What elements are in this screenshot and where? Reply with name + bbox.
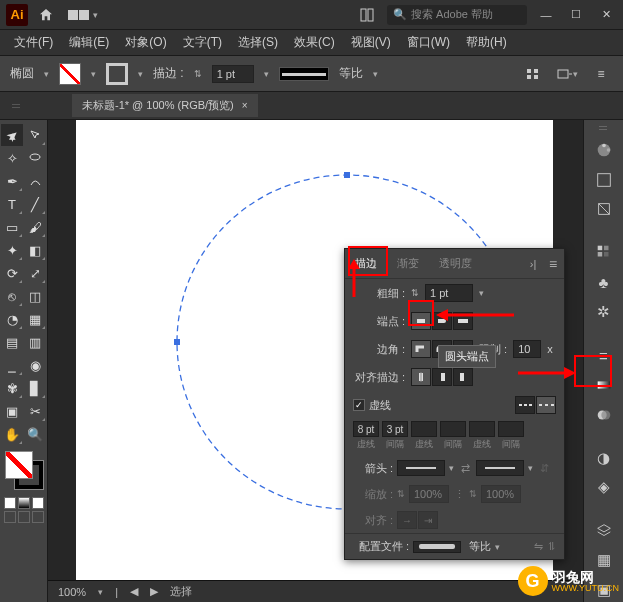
type-tool[interactable]: T xyxy=(1,193,23,215)
stroke-swatch[interactable] xyxy=(106,63,128,85)
symbols-panel-icon[interactable]: ✲ xyxy=(589,300,619,324)
stroke-weight-input[interactable]: 1 pt xyxy=(212,65,254,83)
zoom-level[interactable]: 100% xyxy=(58,586,86,598)
dashed-checkbox[interactable]: ✓ xyxy=(353,399,365,411)
stroke-weight-dd[interactable]: ▾ xyxy=(264,69,269,79)
menu-select[interactable]: 选择(S) xyxy=(232,32,284,53)
gap-1[interactable]: 3 pt xyxy=(382,421,408,437)
pen-tool[interactable]: ✒ xyxy=(1,170,23,192)
panel-menu-icon[interactable]: ≡ xyxy=(542,256,564,272)
stroke-panel-icon[interactable]: ≡ xyxy=(589,343,619,367)
dash-align-corners[interactable] xyxy=(536,396,556,414)
appearance-panel-icon[interactable]: ◑ xyxy=(589,446,619,470)
draw-normal[interactable] xyxy=(4,511,16,523)
align-inside[interactable] xyxy=(432,368,452,386)
gap-3[interactable] xyxy=(498,421,524,437)
menu-edit[interactable]: 编辑(E) xyxy=(63,32,115,53)
profile-preview[interactable] xyxy=(413,541,461,553)
width-tool[interactable]: ⎋ xyxy=(1,285,23,307)
menu-effect[interactable]: 效果(C) xyxy=(288,32,341,53)
shaper-tool[interactable]: ✦ xyxy=(1,239,23,261)
gap-2[interactable] xyxy=(440,421,466,437)
corner-miter[interactable] xyxy=(411,340,431,358)
brushes-panel-icon[interactable]: ♣ xyxy=(589,270,619,294)
graphic-styles-icon[interactable]: ◈ xyxy=(589,476,619,500)
scale-tool[interactable]: ⤢ xyxy=(24,262,46,284)
arrow-start[interactable] xyxy=(397,460,445,476)
paintbrush-tool[interactable]: 🖌 xyxy=(24,216,46,238)
cap-butt[interactable] xyxy=(411,312,431,330)
slice-tool[interactable]: ✂ xyxy=(24,400,46,422)
perspective-tool[interactable]: ▦ xyxy=(24,308,46,330)
weight-input[interactable]: 1 pt xyxy=(425,284,473,302)
arrange-docs-icon[interactable] xyxy=(355,3,379,27)
free-transform-tool[interactable]: ◫ xyxy=(24,285,46,307)
draw-inside[interactable] xyxy=(32,511,44,523)
symbol-sprayer-tool[interactable]: ✾ xyxy=(1,377,23,399)
profile-dd-icon[interactable]: ▾ xyxy=(495,542,500,552)
magic-wand-tool[interactable]: ✧ xyxy=(1,147,23,169)
tab-gradient[interactable]: 渐变 xyxy=(387,249,429,278)
line-tool[interactable]: ╱ xyxy=(24,193,46,215)
fill-stroke-swatches[interactable] xyxy=(5,451,43,493)
mesh-tool[interactable]: ▤ xyxy=(1,331,23,353)
menu-file[interactable]: 文件(F) xyxy=(8,32,59,53)
align-icon[interactable] xyxy=(521,62,545,86)
nav-prev[interactable]: ◀ xyxy=(130,585,138,598)
layers-panel-icon[interactable] xyxy=(589,519,619,543)
stroke-dd-icon[interactable]: ▾ xyxy=(138,69,143,79)
artboard-tool[interactable]: ▣ xyxy=(1,400,23,422)
gradient-panel-icon[interactable] xyxy=(589,373,619,397)
dock-grip[interactable] xyxy=(599,126,609,130)
menu-view[interactable]: 视图(V) xyxy=(345,32,397,53)
close-tab-icon[interactable]: × xyxy=(242,100,248,111)
eraser-tool[interactable]: ◧ xyxy=(24,239,46,261)
weight-stepper[interactable]: ⇅ xyxy=(411,288,419,298)
color-mode-none[interactable] xyxy=(32,497,44,509)
workspace-switcher[interactable]: ▾ xyxy=(68,10,98,20)
gradient-tool[interactable]: ▥ xyxy=(24,331,46,353)
tab-stroke[interactable]: 描边 xyxy=(345,249,387,278)
cap-round[interactable] xyxy=(432,312,452,330)
profile-dd[interactable]: ▾ xyxy=(373,69,378,79)
eyedropper-tool[interactable]: ⎯ xyxy=(1,354,23,376)
arrow-end[interactable] xyxy=(476,460,524,476)
color-mode-gradient[interactable] xyxy=(18,497,30,509)
nav-next[interactable]: ▶ xyxy=(150,585,158,598)
libraries-panel-icon[interactable] xyxy=(589,198,619,222)
shape-dd-icon[interactable]: ▾ xyxy=(44,69,49,79)
menu-type[interactable]: 文字(T) xyxy=(177,32,228,53)
swatches-panel-icon[interactable] xyxy=(589,241,619,265)
zoom-tool[interactable]: 🔍 xyxy=(24,423,46,445)
weight-dd[interactable]: ▾ xyxy=(479,288,484,298)
limit-input[interactable]: 10 xyxy=(513,340,541,358)
maximize-button[interactable]: ☐ xyxy=(565,5,587,25)
fill-dd-icon[interactable]: ▾ xyxy=(91,69,96,79)
document-tab[interactable]: 未标题-1* @ 100% (RGB/预览) × xyxy=(72,94,258,117)
blend-tool[interactable]: ◉ xyxy=(24,354,46,376)
dash-3[interactable] xyxy=(469,421,495,437)
curvature-tool[interactable] xyxy=(24,170,46,192)
rotate-tool[interactable]: ⟳ xyxy=(1,262,23,284)
rectangle-tool[interactable]: ▭ xyxy=(1,216,23,238)
align-outside[interactable] xyxy=(453,368,473,386)
hand-tool[interactable]: ✋ xyxy=(1,423,23,445)
swap-arrows-icon[interactable]: ⇄ xyxy=(458,462,472,475)
color-mode-solid[interactable] xyxy=(4,497,16,509)
panel-menu-icon[interactable]: ≡ xyxy=(589,62,613,86)
minimize-button[interactable]: — xyxy=(535,5,557,25)
lasso-tool[interactable] xyxy=(24,147,46,169)
color-panel-icon[interactable] xyxy=(589,138,619,162)
selection-tool[interactable]: ▴➤ xyxy=(1,124,23,146)
menu-help[interactable]: 帮助(H) xyxy=(460,32,513,53)
dash-2[interactable] xyxy=(411,421,437,437)
tab-opacity[interactable]: 透明度 xyxy=(429,249,482,278)
menu-window[interactable]: 窗口(W) xyxy=(401,32,456,53)
shape-builder-tool[interactable]: ◔ xyxy=(1,308,23,330)
panel-collapse-icon[interactable]: ›| xyxy=(524,258,542,270)
dash-1[interactable]: 8 pt xyxy=(353,421,379,437)
stroke-stepper-icon[interactable]: ⇅ xyxy=(194,69,202,79)
graph-tool[interactable]: ▊ xyxy=(24,377,46,399)
transparency-panel-icon[interactable] xyxy=(589,403,619,427)
close-button[interactable]: ✕ xyxy=(595,5,617,25)
